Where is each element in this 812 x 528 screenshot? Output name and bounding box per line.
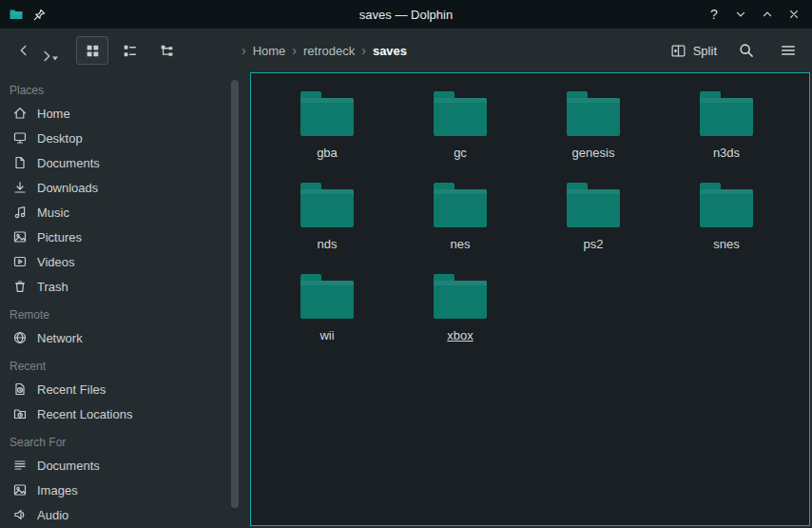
breadcrumb-item-saves[interactable]: saves (373, 44, 407, 58)
sidebar-item-label: Music (37, 205, 69, 220)
folder-icon (434, 281, 487, 319)
breadcrumb-item-retrodeck[interactable]: retrodeck (303, 44, 355, 58)
sidebar-item-documents[interactable]: Documents (0, 150, 228, 175)
sidebar-item-label: Network (37, 331, 83, 345)
desktop-icon (12, 130, 28, 146)
sidebar-item-music[interactable]: Music (0, 200, 228, 225)
sidebar-item-network[interactable]: Network (0, 325, 228, 350)
forward-history-caret-icon[interactable] (51, 54, 59, 62)
folder-n3ds[interactable]: n3ds (660, 87, 793, 178)
folder-xbox[interactable]: xbox (394, 269, 527, 361)
view-mode-group (76, 36, 183, 65)
sidebar-item-label: Recent Locations (37, 407, 132, 421)
maximize-button[interactable] (758, 5, 777, 24)
breadcrumb-separator-icon: › (292, 43, 297, 58)
tree-view-button[interactable] (150, 36, 183, 65)
sidebar-item-videos[interactable]: Videos (0, 249, 228, 274)
trash-icon (12, 279, 28, 294)
folder-ps2[interactable]: ps2 (527, 178, 660, 269)
folder-icon (300, 189, 354, 227)
sidebar-item-recent-files[interactable]: Recent Files (0, 377, 228, 401)
split-button[interactable]: Split (670, 43, 717, 59)
sidebar-item-label: Audio (37, 508, 68, 522)
network-icon (12, 330, 28, 345)
image-icon (12, 482, 28, 498)
doc-lines-icon (12, 458, 28, 473)
folder-label: nds (318, 238, 338, 250)
sidebar-section-places: Places (0, 80, 228, 101)
folder-label: gc (454, 147, 467, 159)
folder-gc[interactable]: gc (394, 87, 527, 178)
folder-label: xbox (447, 329, 473, 342)
titlebar: saves — Dolphin ? (0, 0, 812, 29)
split-button-label: Split (693, 44, 717, 58)
audio-icon (12, 507, 28, 522)
folder-nds[interactable]: nds (261, 178, 394, 269)
folder-wii[interactable]: wii (261, 269, 394, 361)
sidebar-item-label: Documents (37, 459, 100, 473)
folder-label: gba (317, 147, 338, 159)
folder-label: n3ds (713, 147, 740, 159)
sidebar-item-downloads[interactable]: Downloads (0, 175, 228, 200)
sidebar-item-home[interactable]: Home (0, 101, 228, 126)
sidebar-item-trash[interactable]: Trash (0, 274, 228, 299)
back-button[interactable] (11, 37, 36, 64)
sidebar-section-recent: Recent (0, 356, 228, 377)
sidebar-item-documents[interactable]: Documents (0, 453, 228, 478)
content-area: PlacesHomeDesktopDocumentsDownloadsMusic… (0, 72, 812, 528)
sidebar-item-label: Trash (37, 280, 68, 294)
folder-nes[interactable]: nes (394, 178, 527, 269)
folder-label: ps2 (584, 238, 604, 250)
sidebar-item-pictures[interactable]: Pictures (0, 225, 228, 249)
toolbar: ›Home›retrodeck›saves Split (0, 29, 812, 72)
sidebar-item-desktop[interactable]: Desktop (0, 126, 228, 150)
sidebar-item-label: Pictures (37, 230, 82, 244)
sidebar-item-images[interactable]: Images (0, 478, 228, 502)
recent-files-icon (12, 381, 28, 397)
sidebar-scrollbar[interactable] (228, 72, 242, 528)
icons-view-button[interactable] (76, 36, 108, 65)
search-button[interactable] (734, 38, 759, 63)
folder-icon (567, 189, 620, 227)
folder-icon (700, 98, 753, 136)
forward-button[interactable] (36, 37, 61, 64)
folder-icon (300, 281, 354, 319)
download-icon (12, 180, 28, 195)
folder-genesis[interactable]: genesis (527, 87, 660, 178)
hamburger-menu-button[interactable] (776, 38, 801, 63)
home-icon (12, 106, 28, 121)
sidebar-section-remote: Remote (0, 304, 228, 325)
image-icon (12, 229, 28, 244)
scrollbar-thumb[interactable] (231, 80, 239, 508)
split-view-icon (670, 43, 686, 59)
window-title: saves — Dolphin (0, 8, 812, 22)
folder-icon (434, 189, 487, 227)
sidebar-item-recent-locations[interactable]: Recent Locations (0, 401, 228, 426)
help-button[interactable]: ? (705, 5, 724, 24)
folder-icon (300, 98, 354, 136)
folder-label: wii (319, 329, 334, 342)
breadcrumb-separator-icon: › (242, 43, 246, 58)
folder-snes[interactable]: snes (660, 178, 793, 269)
sidebar-item-label: Images (37, 483, 78, 498)
sidebar-item-label: Documents (37, 156, 100, 170)
video-icon (12, 254, 28, 269)
details-view-button[interactable] (113, 36, 145, 65)
folder-view[interactable]: gbagcgenesisn3dsndsnesps2sneswiixbox (250, 72, 810, 526)
folder-label: snes (713, 238, 739, 250)
pin-icon[interactable] (32, 8, 47, 22)
sidebar-item-label: Recent Files (37, 382, 106, 397)
app-folder-icon[interactable] (9, 7, 24, 22)
sidebar-item-audio[interactable]: Audio (0, 502, 228, 527)
folder-label: nes (451, 238, 471, 250)
sidebar-item-label: Desktop (37, 131, 83, 146)
breadcrumb-separator-icon: › (361, 43, 366, 58)
music-icon (12, 205, 28, 220)
folder-label: genesis (572, 147, 615, 159)
sidebar-item-label: Home (37, 107, 70, 121)
breadcrumb-item-home[interactable]: Home (253, 44, 286, 58)
folder-grid: gbagcgenesisn3dsndsnesps2sneswiixbox (251, 73, 809, 361)
minimize-button[interactable] (731, 5, 750, 24)
folder-gba[interactable]: gba (261, 87, 394, 178)
close-button[interactable] (784, 5, 803, 24)
